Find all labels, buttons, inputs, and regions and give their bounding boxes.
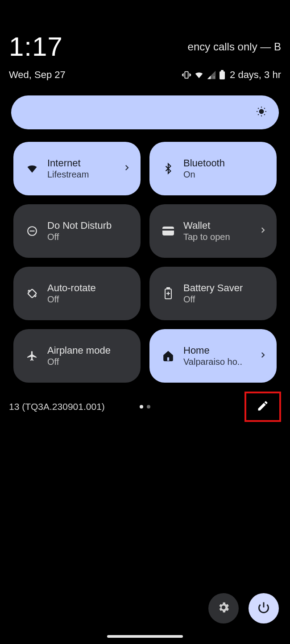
home-icon: [159, 350, 177, 362]
battery-icon: [219, 70, 225, 80]
chevron-right-icon: [123, 164, 131, 173]
page-indicator[interactable]: [140, 405, 150, 409]
gear-icon: [217, 601, 230, 616]
brightness-slider[interactable]: [11, 95, 279, 129]
tile-title: Internet: [47, 157, 120, 169]
settings-button[interactable]: [208, 593, 239, 623]
wifi-icon: [23, 162, 41, 175]
tile-home[interactable]: Home Valparaiso ho..: [149, 329, 277, 383]
tile-subtitle: Tap to open: [183, 232, 256, 242]
home-indicator[interactable]: [107, 635, 183, 638]
status-icons: ! 2 days, 3 hr: [182, 69, 281, 81]
tile-dnd[interactable]: Do Not Disturb Off: [13, 204, 141, 258]
svg-rect-10: [167, 287, 170, 289]
signal-icon: !: [207, 70, 216, 80]
dnd-icon: [23, 225, 41, 237]
tile-bluetooth[interactable]: Bluetooth On: [149, 142, 277, 195]
svg-text:!: !: [214, 75, 215, 80]
tile-subtitle: Off: [47, 232, 131, 242]
tile-internet[interactable]: Internet Lifestream: [13, 142, 141, 195]
tile-autorotate[interactable]: Auto-rotate Off: [13, 267, 141, 320]
svg-rect-7: [162, 229, 174, 231]
clock-time: 1:17: [9, 31, 63, 62]
tile-title: Bluetooth: [183, 157, 267, 169]
bottom-actions: [208, 593, 279, 623]
build-version: 13 (TQ3A.230901.001): [9, 401, 105, 412]
tile-title: Battery Saver: [183, 282, 267, 294]
edit-tiles-button[interactable]: [244, 392, 281, 422]
tile-subtitle: On: [183, 169, 267, 180]
wifi-icon: [194, 70, 204, 80]
vibrate-icon: [182, 70, 191, 80]
tile-airplane[interactable]: Airplane mode Off: [13, 329, 141, 383]
tile-title: Airplane mode: [47, 345, 131, 356]
battery-estimate: 2 days, 3 hr: [230, 69, 281, 81]
tile-subtitle: Off: [47, 357, 131, 367]
chevron-right-icon: [259, 226, 267, 236]
qs-footer: 13 (TQ3A.230901.001): [9, 392, 281, 422]
tile-title: Do Not Disturb: [47, 220, 131, 231]
tile-title: Wallet: [183, 220, 256, 231]
svg-rect-2: [220, 71, 225, 79]
status-bar-top: 1:17 ency calls only — B: [9, 31, 281, 62]
tile-title: Auto-rotate: [47, 282, 131, 294]
bluetooth-icon: [159, 163, 177, 174]
qs-tile-grid: Internet Lifestream Bluetooth On Do Not …: [13, 142, 277, 383]
tile-title: Home: [183, 345, 256, 356]
power-button[interactable]: [249, 593, 279, 623]
carrier-text: ency calls only — B: [188, 41, 281, 53]
autorotate-icon: [23, 287, 41, 300]
page-dot: [147, 405, 150, 409]
status-bar-date: Wed, Sep 27 ! 2 days, 3 hr: [9, 69, 281, 81]
tile-subtitle: Lifestream: [47, 169, 120, 180]
wallet-icon: [159, 227, 177, 235]
airplane-icon: [23, 350, 41, 362]
tile-wallet[interactable]: Wallet Tap to open: [149, 204, 277, 258]
brightness-icon: [256, 106, 267, 119]
tile-subtitle: Off: [183, 294, 267, 305]
date-text: Wed, Sep 27: [9, 69, 66, 81]
tile-subtitle: Off: [47, 294, 131, 305]
svg-rect-0: [185, 72, 188, 78]
svg-point-4: [260, 110, 264, 114]
pencil-icon: [257, 400, 269, 414]
page-dot: [140, 405, 143, 409]
power-icon: [257, 601, 270, 615]
tile-subtitle: Valparaiso ho..: [183, 357, 256, 367]
svg-rect-3: [221, 70, 224, 71]
battery-saver-icon: [159, 287, 177, 300]
svg-rect-6: [162, 227, 174, 235]
tile-battery-saver[interactable]: Battery Saver Off: [149, 267, 277, 320]
chevron-right-icon: [259, 351, 267, 361]
